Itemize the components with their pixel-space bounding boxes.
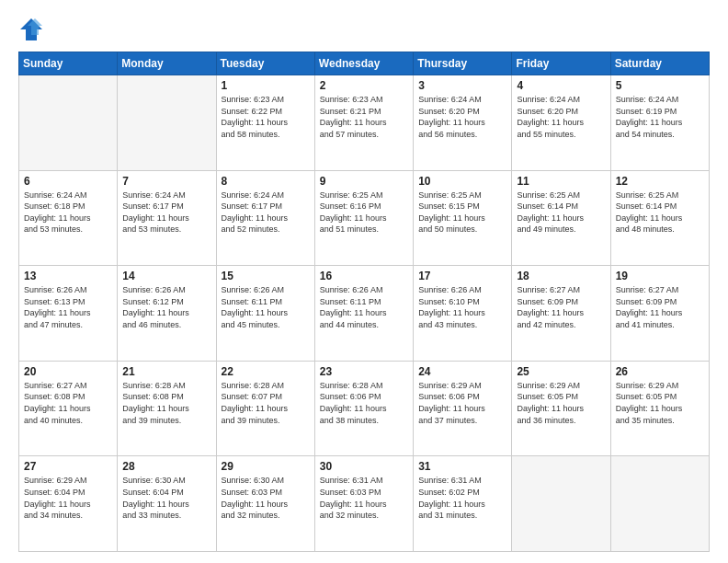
day-number: 29 [222,460,310,473]
calendar-table: SundayMondayTuesdayWednesdayThursdayFrid… [18,52,710,552]
weekday-saturday: Saturday [610,52,709,75]
weekday-tuesday: Tuesday [216,52,314,75]
day-number: 3 [418,79,506,92]
day-cell: 9Sunrise: 6:25 AMSunset: 6:16 PMDaylight… [314,170,413,266]
day-cell: 31Sunrise: 6:31 AMSunset: 6:02 PMDayligh… [414,456,512,552]
day-cell: 18Sunrise: 6:27 AMSunset: 6:09 PMDayligh… [512,266,610,362]
day-cell: 25Sunrise: 6:29 AMSunset: 6:05 PMDayligh… [512,361,610,456]
day-cell [610,456,709,552]
day-number: 15 [222,270,310,282]
week-row-1: 1Sunrise: 6:23 AMSunset: 6:22 PMDaylight… [19,75,710,171]
day-number: 25 [517,365,605,378]
day-cell: 23Sunrise: 6:28 AMSunset: 6:06 PMDayligh… [314,361,413,456]
day-info: Sunrise: 6:28 AMSunset: 6:08 PMDaylight:… [122,380,210,426]
weekday-friday: Friday [512,52,610,75]
day-cell: 3Sunrise: 6:24 AMSunset: 6:20 PMDaylight… [414,75,512,171]
day-number: 26 [616,365,704,378]
day-cell: 16Sunrise: 6:26 AMSunset: 6:11 PMDayligh… [314,266,413,362]
day-cell: 14Sunrise: 6:26 AMSunset: 6:12 PMDayligh… [118,266,216,362]
day-info: Sunrise: 6:27 AMSunset: 6:09 PMDaylight:… [517,284,605,330]
weekday-wednesday: Wednesday [314,52,413,75]
day-number: 1 [222,79,310,92]
day-cell: 1Sunrise: 6:23 AMSunset: 6:22 PMDaylight… [216,75,314,171]
day-info: Sunrise: 6:27 AMSunset: 6:08 PMDaylight:… [24,380,112,426]
day-info: Sunrise: 6:23 AMSunset: 6:22 PMDaylight:… [222,94,310,140]
day-info: Sunrise: 6:30 AMSunset: 6:03 PMDaylight:… [222,475,310,521]
weekday-sunday: Sunday [19,52,118,75]
day-info: Sunrise: 6:29 AMSunset: 6:05 PMDaylight:… [517,380,605,426]
day-number: 20 [24,365,112,378]
day-info: Sunrise: 6:31 AMSunset: 6:03 PMDaylight:… [320,475,408,521]
day-info: Sunrise: 6:29 AMSunset: 6:04 PMDaylight:… [24,475,112,521]
day-number: 21 [122,365,210,378]
day-info: Sunrise: 6:26 AMSunset: 6:13 PMDaylight:… [24,284,112,330]
day-cell: 7Sunrise: 6:24 AMSunset: 6:17 PMDaylight… [118,170,216,266]
day-info: Sunrise: 6:26 AMSunset: 6:11 PMDaylight:… [222,284,310,330]
day-info: Sunrise: 6:26 AMSunset: 6:12 PMDaylight:… [122,284,210,330]
day-number: 17 [418,270,506,282]
day-cell: 24Sunrise: 6:29 AMSunset: 6:06 PMDayligh… [414,361,512,456]
day-number: 16 [320,270,408,282]
day-number: 11 [517,175,605,188]
weekday-thursday: Thursday [414,52,512,75]
day-info: Sunrise: 6:29 AMSunset: 6:06 PMDaylight:… [418,380,506,426]
day-cell: 12Sunrise: 6:25 AMSunset: 6:14 PMDayligh… [610,170,709,266]
day-info: Sunrise: 6:24 AMSunset: 6:20 PMDaylight:… [517,94,605,140]
day-info: Sunrise: 6:25 AMSunset: 6:14 PMDaylight:… [517,190,605,236]
day-cell [512,456,610,552]
logo [18,17,48,42]
day-number: 4 [517,79,605,92]
day-info: Sunrise: 6:24 AMSunset: 6:17 PMDaylight:… [222,190,310,236]
day-cell [19,75,118,171]
day-cell: 22Sunrise: 6:28 AMSunset: 6:07 PMDayligh… [216,361,314,456]
day-info: Sunrise: 6:29 AMSunset: 6:05 PMDaylight:… [616,380,704,426]
day-info: Sunrise: 6:28 AMSunset: 6:07 PMDaylight:… [222,380,310,426]
day-info: Sunrise: 6:27 AMSunset: 6:09 PMDaylight:… [616,284,704,330]
day-number: 2 [320,79,408,92]
day-cell: 21Sunrise: 6:28 AMSunset: 6:08 PMDayligh… [118,361,216,456]
logo-icon [18,17,44,42]
day-info: Sunrise: 6:23 AMSunset: 6:21 PMDaylight:… [320,94,408,140]
day-number: 10 [418,175,506,188]
day-number: 18 [517,270,605,282]
day-number: 8 [222,175,310,188]
day-cell: 8Sunrise: 6:24 AMSunset: 6:17 PMDaylight… [216,170,314,266]
day-info: Sunrise: 6:25 AMSunset: 6:15 PMDaylight:… [418,190,506,236]
day-number: 27 [24,460,112,473]
day-info: Sunrise: 6:24 AMSunset: 6:18 PMDaylight:… [24,190,112,236]
week-row-3: 13Sunrise: 6:26 AMSunset: 6:13 PMDayligh… [19,266,710,362]
day-info: Sunrise: 6:25 AMSunset: 6:16 PMDaylight:… [320,190,408,236]
day-number: 28 [122,460,210,473]
page: SundayMondayTuesdayWednesdayThursdayFrid… [0,0,728,563]
day-info: Sunrise: 6:24 AMSunset: 6:17 PMDaylight:… [122,190,210,236]
weekday-monday: Monday [118,52,216,75]
day-number: 24 [418,365,506,378]
week-row-2: 6Sunrise: 6:24 AMSunset: 6:18 PMDaylight… [19,170,710,266]
day-cell: 30Sunrise: 6:31 AMSunset: 6:03 PMDayligh… [314,456,413,552]
day-cell: 6Sunrise: 6:24 AMSunset: 6:18 PMDaylight… [19,170,118,266]
header [18,17,710,42]
day-info: Sunrise: 6:26 AMSunset: 6:10 PMDaylight:… [418,284,506,330]
day-cell: 10Sunrise: 6:25 AMSunset: 6:15 PMDayligh… [414,170,512,266]
day-number: 31 [418,460,506,473]
day-number: 13 [24,270,112,282]
day-number: 14 [122,270,210,282]
day-number: 5 [616,79,704,92]
day-number: 9 [320,175,408,188]
week-row-4: 20Sunrise: 6:27 AMSunset: 6:08 PMDayligh… [19,361,710,456]
day-info: Sunrise: 6:31 AMSunset: 6:02 PMDaylight:… [418,475,506,521]
day-cell: 4Sunrise: 6:24 AMSunset: 6:20 PMDaylight… [512,75,610,171]
day-cell: 15Sunrise: 6:26 AMSunset: 6:11 PMDayligh… [216,266,314,362]
day-info: Sunrise: 6:24 AMSunset: 6:20 PMDaylight:… [418,94,506,140]
day-cell: 19Sunrise: 6:27 AMSunset: 6:09 PMDayligh… [610,266,709,362]
day-cell: 5Sunrise: 6:24 AMSunset: 6:19 PMDaylight… [610,75,709,171]
day-number: 6 [24,175,112,188]
day-number: 22 [222,365,310,378]
day-cell: 27Sunrise: 6:29 AMSunset: 6:04 PMDayligh… [19,456,118,552]
week-row-5: 27Sunrise: 6:29 AMSunset: 6:04 PMDayligh… [19,456,710,552]
day-cell: 26Sunrise: 6:29 AMSunset: 6:05 PMDayligh… [610,361,709,456]
day-cell: 13Sunrise: 6:26 AMSunset: 6:13 PMDayligh… [19,266,118,362]
day-number: 30 [320,460,408,473]
day-info: Sunrise: 6:24 AMSunset: 6:19 PMDaylight:… [616,94,704,140]
day-number: 19 [616,270,704,282]
